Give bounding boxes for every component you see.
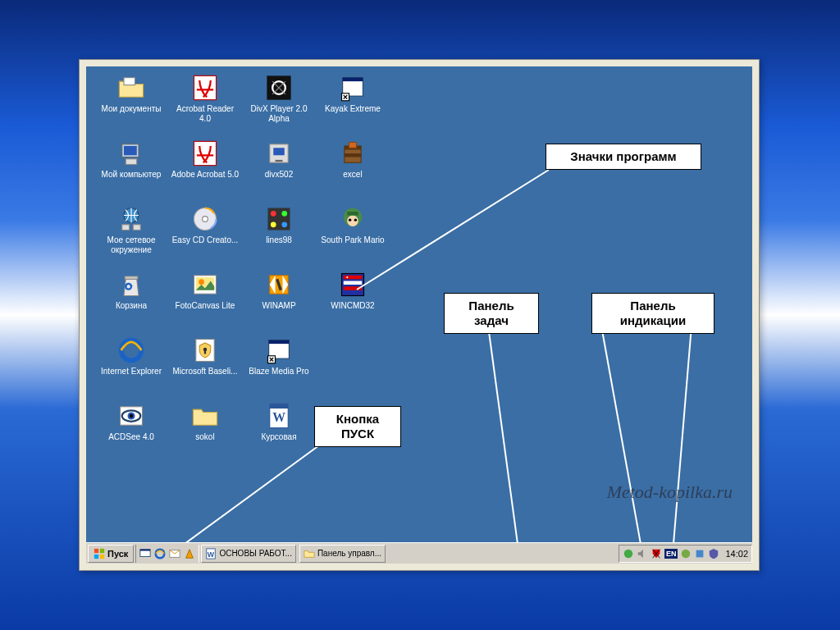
icon-label: lines98 — [266, 235, 292, 245]
icon-label: FotoCanvas Lite — [176, 301, 235, 311]
tray-sound-icon[interactable] — [637, 548, 648, 559]
svg-rect-47 — [269, 340, 290, 345]
tray-icon[interactable] — [708, 548, 719, 559]
desktop-icon[interactable]: Kayak Extreme — [317, 73, 388, 137]
taskbar[interactable]: Пуск W ОСНОВЫ РАБОТ... Панель управл... … — [86, 542, 752, 564]
icon-label: WINCMD32 — [331, 301, 374, 311]
desktop-icon[interactable]: DivX Player 2.0 Alpha — [244, 73, 314, 137]
watermark: Metod-kopilka.ru — [607, 482, 733, 503]
desktop-icon[interactable]: WINAMP — [244, 270, 314, 334]
clock[interactable]: 14:02 — [725, 549, 748, 559]
svg-point-41 — [346, 276, 348, 278]
desktop-icon[interactable]: Мое сетевое окружение — [96, 204, 167, 268]
acdsee-icon — [116, 401, 146, 431]
svg-rect-66 — [140, 549, 150, 550]
desktop-icon[interactable]: Blaze Media Pro — [244, 336, 314, 399]
folder-docs-icon — [116, 73, 146, 103]
callout-programs: Значки программ — [546, 144, 701, 170]
callout-tray: Панель индикации — [591, 293, 714, 334]
start-label: Пуск — [107, 549, 128, 559]
svg-point-21 — [203, 217, 208, 222]
tray-icon[interactable] — [680, 548, 692, 559]
desktop-icon[interactable]: Adobe Acrobat 5.0 — [170, 139, 240, 203]
ie-icon — [116, 336, 146, 365]
svg-line-58 — [601, 326, 641, 542]
app-generic-icon — [264, 336, 294, 365]
icon-label: ACDSee 4.0 — [108, 432, 154, 442]
svg-rect-5 — [343, 78, 363, 82]
svg-point-36 — [199, 279, 204, 285]
svg-rect-73 — [696, 550, 704, 557]
desktop-icon[interactable]: Internet Explorer — [96, 336, 167, 399]
svg-rect-61 — [94, 548, 98, 552]
winrar-icon — [338, 139, 368, 168]
desktop-icon[interactable]: divx502 — [244, 139, 314, 203]
desktop-icon[interactable]: South Park Mario — [317, 204, 388, 268]
svg-rect-12 — [273, 148, 285, 155]
desktop-icon[interactable]: sokol — [170, 401, 240, 465]
folder-icon — [190, 401, 220, 431]
icon-label: Мои документы — [102, 104, 162, 114]
svg-rect-64 — [100, 554, 104, 558]
windows-logo-icon — [94, 548, 105, 559]
network-icon — [116, 204, 146, 234]
icon-label: Корзина — [116, 301, 147, 311]
desktop-icon[interactable]: ACDSee 4.0 — [96, 401, 167, 465]
desktop-icon[interactable]: Microsoft Baseli... — [170, 336, 240, 399]
desktop-icon[interactable] — [139, 548, 151, 559]
icon-label: Acrobat Reader 4.0 — [171, 104, 240, 124]
tray-av-icon[interactable] — [651, 548, 662, 559]
svg-rect-31 — [347, 212, 358, 216]
outlook-icon[interactable] — [169, 548, 180, 559]
desktop-icon[interactable]: Мои документы — [96, 73, 167, 137]
icon-label: Курсовая — [261, 432, 296, 442]
icon-label: Blaze Media Pro — [249, 367, 308, 377]
desktop-icon[interactable]: Корзина — [96, 270, 167, 334]
desktop-icon[interactable]: lines98 — [244, 204, 314, 268]
svg-rect-63 — [94, 554, 98, 558]
lang-indicator[interactable]: EN — [664, 549, 678, 559]
desktop-icon[interactable]: Мой компьютер — [96, 139, 167, 203]
system-tray[interactable]: EN 14:02 — [619, 545, 752, 563]
svg-point-71 — [624, 549, 633, 558]
desktop-icon[interactable]: FotoCanvas Lite — [170, 270, 240, 334]
desktop-icon[interactable]: Easy CD Creato... — [170, 204, 240, 268]
svg-point-30 — [354, 218, 357, 221]
app-generic-icon — [338, 73, 368, 103]
icon-label: divx502 — [265, 170, 293, 180]
svg-rect-39 — [344, 281, 363, 285]
icon-label: Microsoft Baseli... — [173, 367, 238, 377]
svg-point-29 — [349, 218, 351, 221]
tray-icon[interactable] — [623, 548, 634, 559]
tray-icon[interactable] — [694, 548, 705, 559]
ie-icon[interactable] — [154, 548, 166, 559]
word-icon: W — [264, 401, 294, 431]
svg-text:W: W — [208, 550, 215, 558]
acrobat-icon — [190, 73, 220, 103]
icon-label: Adobe Acrobat 5.0 — [171, 170, 239, 180]
svg-rect-19 — [133, 225, 140, 231]
recycle-icon — [116, 270, 146, 299]
msb-icon — [190, 336, 220, 365]
start-button[interactable]: Пуск — [88, 545, 134, 563]
icon-label: Kayak Extreme — [325, 104, 381, 114]
task-label: Панель управл... — [317, 549, 381, 558]
svg-line-59 — [673, 326, 692, 542]
svg-rect-40 — [344, 286, 363, 290]
desktop-icon[interactable]: W Курсовая — [244, 401, 314, 465]
svg-rect-22 — [268, 208, 290, 231]
ql-icon[interactable] — [184, 548, 195, 559]
desktop-icon[interactable]: excel — [317, 139, 388, 203]
winamp-icon — [264, 270, 294, 299]
svg-rect-54 — [270, 404, 289, 409]
svg-point-26 — [281, 221, 287, 227]
task-label: ОСНОВЫ РАБОТ... — [219, 549, 292, 558]
desktop-icon[interactable]: Acrobat Reader 4.0 — [170, 73, 240, 137]
task-item[interactable]: Панель управл... — [299, 545, 386, 563]
slide-frame: Мои документы Acrobat Reader 4.0 DivX Pl… — [79, 59, 760, 571]
desktop-icon[interactable]: WINCMD32 — [317, 270, 388, 334]
southpark-icon — [338, 204, 368, 234]
task-item[interactable]: W ОСНОВЫ РАБОТ... — [201, 545, 296, 563]
callout-start: Кнопка ПУСК — [314, 406, 401, 447]
svg-rect-18 — [122, 225, 130, 231]
